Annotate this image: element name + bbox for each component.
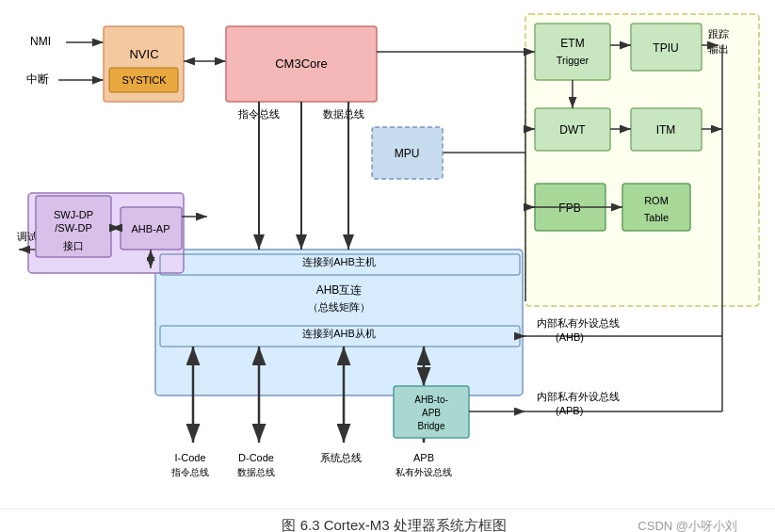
caption-author: CSDN @小呀小刘: [638, 518, 737, 533]
system-bus-label: 系统总线: [320, 452, 362, 463]
trigger-label: Trigger: [557, 55, 589, 66]
etm-label: ETM: [560, 37, 584, 50]
trace-out-label1: 跟踪: [708, 28, 729, 40]
connect-ahb-slave-label: 连接到AHB从机: [302, 328, 376, 339]
diagram-container: NMI 中断 NVIC SYSTICK CM3Core 指令总线 数据总线 ET…: [0, 0, 775, 508]
dcode-sub-label: 数据总线: [237, 467, 275, 477]
rom-table-label2: Table: [644, 212, 669, 223]
architecture-diagram: NMI 中断 NVIC SYSTICK CM3Core 指令总线 数据总线 ET…: [9, 9, 766, 490]
internal-apb-label2: (APB): [556, 405, 583, 416]
apb-label: APB: [413, 452, 434, 463]
tpiu-label: TPIU: [653, 41, 678, 55]
cm3core-label: CM3Core: [275, 56, 328, 71]
ahb-apb-label1: AHB-to-: [414, 395, 448, 405]
systick-label: SYSTICK: [121, 74, 167, 86]
apb-sub-label: 私有外设总线: [396, 467, 452, 477]
icode-sub-label: 指令总线: [170, 467, 209, 477]
rom-table-label1: ROM: [644, 195, 669, 206]
bus-matrix-label: （总线矩阵）: [308, 301, 370, 313]
mpu-label: MPU: [395, 147, 420, 160]
dwt-label: DWT: [559, 123, 586, 137]
connect-ahb-master-label: 连接到AHB主机: [302, 256, 376, 267]
rom-table-box: [622, 184, 690, 231]
nmi-label: NMI: [30, 35, 51, 48]
swjdp-label1: SWJ-DP: [54, 209, 93, 220]
data-bus-label: 数据总线: [323, 108, 364, 120]
ahbap-label: AHB-AP: [132, 223, 170, 234]
interrupt-label: 中断: [26, 73, 49, 86]
etm-box: [535, 24, 610, 80]
internal-apb-label1: 内部私有外设总线: [537, 391, 620, 402]
dcode-label: D-Code: [238, 452, 274, 463]
ahb-interconnect-label: AHB互连: [316, 283, 363, 297]
caption-text: 图 6.3 Cortex-M3 处理器系统方框图: [282, 517, 506, 532]
swjdp-label2: /SW-DP: [55, 222, 92, 234]
nvic-label: NVIC: [129, 47, 158, 61]
icode-label: I-Code: [174, 452, 205, 463]
caption: 图 6.3 Cortex-M3 处理器系统方框图 CSDN @小呀小刘: [0, 508, 775, 532]
ahb-region: [155, 250, 523, 395]
internal-ahb-label1: 内部私有外设总线: [537, 317, 620, 329]
ahb-apb-label2: APB: [422, 408, 441, 418]
internal-ahb-label2: (AHB): [556, 331, 584, 343]
ahb-apb-label3: Bridge: [418, 421, 445, 431]
fpb-label: FPB: [558, 202, 580, 215]
itm-label: ITM: [656, 123, 676, 137]
swjdp-port-label: 接口: [63, 240, 84, 251]
